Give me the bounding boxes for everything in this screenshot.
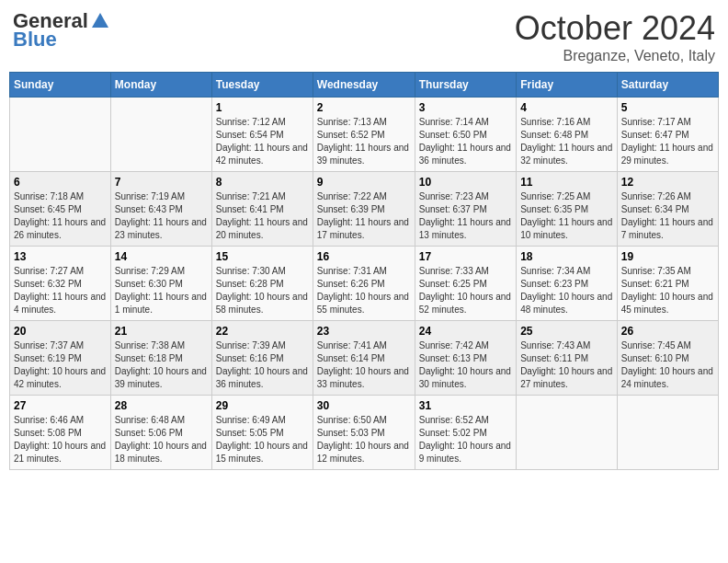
day-number: 9 — [317, 176, 411, 189]
day-info: Sunrise: 7:31 AMSunset: 6:26 PMDaylight:… — [317, 265, 411, 316]
day-number: 24 — [419, 325, 512, 338]
calendar-week-row: 20Sunrise: 7:37 AMSunset: 6:19 PMDayligh… — [10, 321, 719, 396]
day-number: 12 — [621, 176, 714, 189]
calendar-cell: 29Sunrise: 6:49 AMSunset: 5:05 PMDayligh… — [211, 396, 313, 470]
calendar-cell — [517, 396, 618, 470]
day-header-saturday: Saturday — [617, 73, 718, 98]
day-info: Sunrise: 7:18 AMSunset: 6:45 PMDaylight:… — [14, 190, 107, 242]
day-info: Sunrise: 7:33 AMSunset: 6:25 PMDaylight:… — [419, 265, 512, 316]
day-info: Sunrise: 7:35 AMSunset: 6:21 PMDaylight:… — [621, 265, 714, 316]
day-number: 29 — [216, 399, 309, 412]
calendar-cell: 9Sunrise: 7:22 AMSunset: 6:39 PMDaylight… — [313, 172, 415, 247]
calendar-cell: 15Sunrise: 7:30 AMSunset: 6:28 PMDayligh… — [211, 247, 313, 321]
day-number: 5 — [621, 101, 714, 114]
calendar-cell: 8Sunrise: 7:21 AMSunset: 6:41 PMDaylight… — [211, 172, 313, 247]
calendar-cell: 22Sunrise: 7:39 AMSunset: 6:16 PMDayligh… — [211, 321, 313, 396]
day-number: 28 — [115, 399, 208, 412]
calendar-cell: 7Sunrise: 7:19 AMSunset: 6:43 PMDaylight… — [110, 172, 211, 247]
calendar-cell: 16Sunrise: 7:31 AMSunset: 6:26 PMDayligh… — [313, 247, 415, 321]
calendar-cell: 12Sunrise: 7:26 AMSunset: 6:34 PMDayligh… — [617, 172, 718, 247]
day-number: 14 — [115, 250, 208, 263]
calendar-cell: 13Sunrise: 7:27 AMSunset: 6:32 PMDayligh… — [10, 247, 111, 321]
calendar-cell: 18Sunrise: 7:34 AMSunset: 6:23 PMDayligh… — [517, 247, 618, 321]
day-header-monday: Monday — [110, 73, 211, 98]
day-number: 1 — [216, 101, 309, 114]
day-info: Sunrise: 6:52 AMSunset: 5:02 PMDaylight:… — [419, 414, 512, 465]
calendar-cell: 24Sunrise: 7:42 AMSunset: 6:13 PMDayligh… — [415, 321, 516, 396]
day-number: 16 — [317, 250, 411, 263]
logo: General Blue — [13, 9, 110, 52]
calendar-cell: 3Sunrise: 7:14 AMSunset: 6:50 PMDaylight… — [415, 98, 516, 172]
day-number: 10 — [419, 176, 512, 189]
day-info: Sunrise: 7:23 AMSunset: 6:37 PMDaylight:… — [419, 190, 512, 242]
calendar-week-row: 27Sunrise: 6:46 AMSunset: 5:08 PMDayligh… — [10, 396, 719, 470]
day-info: Sunrise: 7:38 AMSunset: 6:18 PMDaylight:… — [115, 339, 208, 391]
day-info: Sunrise: 7:42 AMSunset: 6:13 PMDaylight:… — [419, 339, 512, 391]
day-info: Sunrise: 7:29 AMSunset: 6:30 PMDaylight:… — [115, 265, 208, 316]
calendar-cell: 30Sunrise: 6:50 AMSunset: 5:03 PMDayligh… — [313, 396, 415, 470]
calendar-cell: 2Sunrise: 7:13 AMSunset: 6:52 PMDaylight… — [313, 98, 415, 172]
day-number: 17 — [419, 250, 512, 263]
day-info: Sunrise: 7:21 AMSunset: 6:41 PMDaylight:… — [216, 190, 309, 242]
day-number: 11 — [520, 176, 613, 189]
logo-blue-text: Blue — [13, 28, 57, 52]
day-header-friday: Friday — [517, 73, 618, 98]
calendar-cell: 11Sunrise: 7:25 AMSunset: 6:35 PMDayligh… — [517, 172, 618, 247]
day-number: 23 — [317, 325, 411, 338]
day-number: 4 — [520, 101, 613, 114]
day-info: Sunrise: 6:50 AMSunset: 5:03 PMDaylight:… — [317, 414, 411, 465]
calendar-cell: 19Sunrise: 7:35 AMSunset: 6:21 PMDayligh… — [617, 247, 718, 321]
day-info: Sunrise: 7:27 AMSunset: 6:32 PMDaylight:… — [14, 265, 107, 316]
day-info: Sunrise: 7:41 AMSunset: 6:14 PMDaylight:… — [317, 339, 411, 391]
day-info: Sunrise: 7:43 AMSunset: 6:11 PMDaylight:… — [520, 339, 613, 391]
day-info: Sunrise: 7:16 AMSunset: 6:48 PMDaylight:… — [520, 116, 613, 167]
day-number: 19 — [621, 250, 714, 263]
day-info: Sunrise: 7:26 AMSunset: 6:34 PMDaylight:… — [621, 190, 714, 242]
day-number: 7 — [115, 176, 208, 189]
page-header: General Blue October 2024 Breganze, Vene… — [9, 9, 719, 64]
day-header-wednesday: Wednesday — [313, 73, 415, 98]
calendar-cell: 26Sunrise: 7:45 AMSunset: 6:10 PMDayligh… — [617, 321, 718, 396]
day-info: Sunrise: 7:13 AMSunset: 6:52 PMDaylight:… — [317, 116, 411, 167]
calendar-table: SundayMondayTuesdayWednesdayThursdayFrid… — [9, 72, 719, 470]
day-number: 6 — [14, 176, 107, 189]
svg-marker-0 — [92, 13, 108, 28]
month-title: October 2024 — [515, 9, 715, 48]
day-number: 30 — [317, 399, 411, 412]
calendar-cell — [110, 98, 211, 172]
calendar-cell: 4Sunrise: 7:16 AMSunset: 6:48 PMDaylight… — [517, 98, 618, 172]
title-block: October 2024 Breganze, Veneto, Italy — [515, 9, 715, 64]
day-info: Sunrise: 6:49 AMSunset: 5:05 PMDaylight:… — [216, 414, 309, 465]
calendar-cell: 6Sunrise: 7:18 AMSunset: 6:45 PMDaylight… — [10, 172, 111, 247]
calendar-cell: 28Sunrise: 6:48 AMSunset: 5:06 PMDayligh… — [110, 396, 211, 470]
day-info: Sunrise: 7:17 AMSunset: 6:47 PMDaylight:… — [621, 116, 714, 167]
day-number: 18 — [520, 250, 613, 263]
day-info: Sunrise: 6:48 AMSunset: 5:06 PMDaylight:… — [115, 414, 208, 465]
calendar-cell: 25Sunrise: 7:43 AMSunset: 6:11 PMDayligh… — [517, 321, 618, 396]
day-info: Sunrise: 7:45 AMSunset: 6:10 PMDaylight:… — [621, 339, 714, 391]
calendar-cell: 21Sunrise: 7:38 AMSunset: 6:18 PMDayligh… — [110, 321, 211, 396]
calendar-cell: 31Sunrise: 6:52 AMSunset: 5:02 PMDayligh… — [415, 396, 516, 470]
location-subtitle: Breganze, Veneto, Italy — [515, 48, 715, 64]
day-number: 3 — [419, 101, 512, 114]
logo-icon — [90, 11, 110, 31]
day-number: 2 — [317, 101, 411, 114]
day-info: Sunrise: 7:34 AMSunset: 6:23 PMDaylight:… — [520, 265, 613, 316]
day-info: Sunrise: 7:12 AMSunset: 6:54 PMDaylight:… — [216, 116, 309, 167]
day-number: 26 — [621, 325, 714, 338]
calendar-header-row: SundayMondayTuesdayWednesdayThursdayFrid… — [10, 73, 719, 98]
day-header-thursday: Thursday — [415, 73, 516, 98]
day-info: Sunrise: 7:19 AMSunset: 6:43 PMDaylight:… — [115, 190, 208, 242]
day-info: Sunrise: 6:46 AMSunset: 5:08 PMDaylight:… — [14, 414, 107, 465]
day-info: Sunrise: 7:39 AMSunset: 6:16 PMDaylight:… — [216, 339, 309, 391]
day-number: 27 — [14, 399, 107, 412]
day-number: 8 — [216, 176, 309, 189]
calendar-cell — [617, 396, 718, 470]
day-number: 31 — [419, 399, 512, 412]
day-number: 13 — [14, 250, 107, 263]
day-info: Sunrise: 7:22 AMSunset: 6:39 PMDaylight:… — [317, 190, 411, 242]
day-info: Sunrise: 7:14 AMSunset: 6:50 PMDaylight:… — [419, 116, 512, 167]
day-number: 22 — [216, 325, 309, 338]
day-header-sunday: Sunday — [10, 73, 111, 98]
calendar-cell: 27Sunrise: 6:46 AMSunset: 5:08 PMDayligh… — [10, 396, 111, 470]
